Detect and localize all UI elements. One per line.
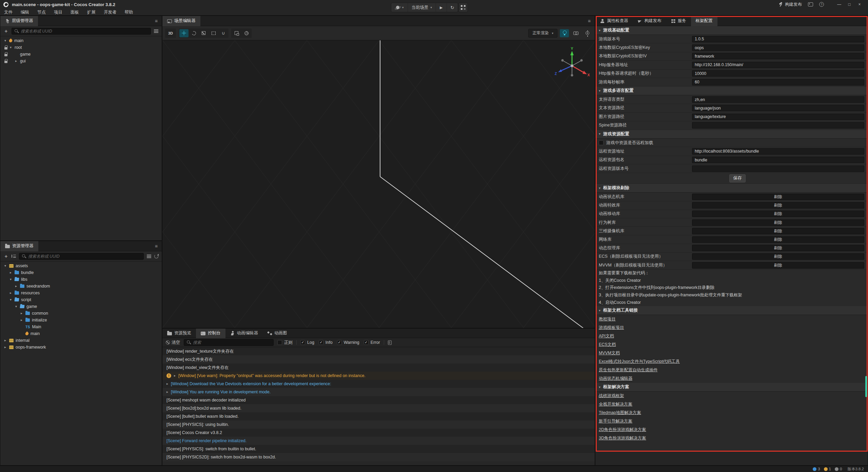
doc-link[interactable]: API文档 xyxy=(599,332,614,340)
field-input[interactable] xyxy=(692,114,864,120)
remove-module-button[interactable]: 剔除 xyxy=(692,202,864,209)
expand-chevron-icon[interactable] xyxy=(10,46,15,49)
console-log-row[interactable]: ▸ [Window] Download the Vue Devtools ext… xyxy=(162,380,595,388)
solution-link[interactable]: 全栈开发解决方案 xyxy=(599,400,632,409)
asset-node[interactable]: resources xyxy=(0,290,162,296)
asset-node[interactable]: Main xyxy=(0,323,162,330)
doc-link[interactable]: 教程项目 xyxy=(599,315,616,323)
inspector-tab[interactable]: 构建发布 xyxy=(633,16,666,26)
console-log-row[interactable]: ▸ [Scene] [PHYSICS]: switch from builtin… xyxy=(162,445,595,453)
expand-chevron-icon[interactable] xyxy=(21,318,25,322)
remove-module-button[interactable]: 剔除 xyxy=(692,245,864,251)
remote-load-checkbox[interactable]: ✓ xyxy=(599,140,604,145)
sort-icon[interactable] xyxy=(12,254,16,258)
tab-hierarchy[interactable]: 层级管理器 xyxy=(0,16,38,26)
hierarchy-search-input[interactable] xyxy=(21,29,148,34)
section-header-docs[interactable]: ▾ 框架文档工具链接 xyxy=(595,306,868,315)
section-header-resources[interactable]: ▾ 游戏资源配置 xyxy=(595,130,868,139)
expand-chevron-icon[interactable]: ▸ xyxy=(166,382,168,386)
field-input[interactable] xyxy=(692,79,864,85)
expand-chevron-icon[interactable] xyxy=(4,339,9,342)
console-tab[interactable]: 资源预览 xyxy=(162,329,196,338)
axis-gizmo[interactable]: Y X Z xyxy=(553,47,591,83)
solution-link[interactable]: 3D角色扮演游戏解决方案 xyxy=(599,434,646,442)
asset-node[interactable]: script xyxy=(0,296,162,303)
scene-select-dropdown[interactable]: 当前场景▾ xyxy=(408,3,436,12)
doc-link[interactable]: Excel格式转Json文件与TypeScript代码工具 xyxy=(599,357,680,366)
remove-module-button[interactable]: 剔除 xyxy=(692,236,864,243)
field-input[interactable] xyxy=(692,44,864,51)
expand-chevron-icon[interactable] xyxy=(10,291,15,295)
remove-module-button[interactable]: 剔除 xyxy=(692,194,864,200)
expand-chevron-icon[interactable]: ▸ xyxy=(166,390,168,394)
rect-tool-button[interactable] xyxy=(209,29,218,37)
asset-node[interactable]: assets xyxy=(0,262,162,269)
remove-module-button[interactable]: 剔除 xyxy=(692,262,864,269)
menu-item[interactable]: 帮助 xyxy=(125,9,133,15)
field-input[interactable] xyxy=(692,148,864,155)
menu-item[interactable]: 扩展 xyxy=(87,9,96,15)
remove-module-button[interactable]: 剔除 xyxy=(692,253,864,260)
hierarchy-node[interactable]: root xyxy=(0,44,162,51)
asset-node[interactable]: libs xyxy=(0,276,162,283)
console-tab[interactable]: 动画编辑器 xyxy=(225,329,263,338)
menu-item[interactable]: 面板 xyxy=(71,9,79,15)
gallery-icon[interactable] xyxy=(808,2,813,6)
doc-link[interactable]: ECS文档 xyxy=(599,340,616,349)
field-input[interactable] xyxy=(692,53,864,59)
scrollbar-thumb[interactable] xyxy=(865,376,867,397)
expand-chevron-icon[interactable] xyxy=(21,312,25,315)
asset-node[interactable]: oops-framework xyxy=(0,344,162,351)
expand-chevron-icon[interactable] xyxy=(4,39,9,42)
regex-checkbox[interactable]: ✓ 正则 xyxy=(277,340,293,346)
status-count-badge[interactable]: 1 xyxy=(824,467,831,471)
console-log-row[interactable]: ▸ [Window] [Vue warn]: Property "onInput… xyxy=(162,372,595,380)
hierarchy-node[interactable]: game xyxy=(0,51,162,58)
close-button[interactable]: × xyxy=(855,2,864,7)
console-log-row[interactable]: ▸ [Scene] Cocos Creator v3.8.2 xyxy=(162,429,595,437)
hierarchy-node[interactable]: main xyxy=(0,37,162,44)
preview-qr-button[interactable] xyxy=(458,3,468,12)
asset-node[interactable]: common xyxy=(0,310,162,317)
console-search-input[interactable] xyxy=(193,340,271,345)
doc-link[interactable]: 原生包热更新配置自动生成插件 xyxy=(599,366,657,374)
expand-chevron-icon[interactable]: ▸ xyxy=(174,374,176,377)
maximize-button[interactable]: □ xyxy=(845,2,854,7)
asset-node[interactable]: initialize xyxy=(0,317,162,323)
coordinate-space-button[interactable] xyxy=(242,29,251,37)
add-node-button[interactable]: + xyxy=(4,28,8,34)
asset-node[interactable]: seedrandom xyxy=(0,283,162,290)
anchor-tool-button[interactable]: ∪ xyxy=(219,29,228,37)
section-header-i18n[interactable]: ▾ 游戏多语言配置 xyxy=(595,86,868,95)
remove-module-button[interactable]: 剔除 xyxy=(692,211,864,217)
console-log-row[interactable]: ▸ [Scene] [bullet]:bullet wasm lib loade… xyxy=(162,412,595,420)
console-log-row[interactable]: ▸ [Scene] meshopt wasm decoder initializ… xyxy=(162,396,595,404)
remove-module-button[interactable]: 剔除 xyxy=(692,219,864,226)
assets-search-input[interactable] xyxy=(28,254,141,259)
console-log-row[interactable]: ▸ [Scene] Forward render pipeline initia… xyxy=(162,437,595,445)
expand-chevron-icon[interactable] xyxy=(15,59,20,63)
section-header-basic[interactable]: ▾ 游戏基础配置 xyxy=(595,26,868,35)
filter-icon[interactable] xyxy=(147,255,151,258)
expand-chevron-icon[interactable] xyxy=(15,284,20,288)
section-header-modules[interactable]: ▾ 框架模块剔除 xyxy=(595,184,868,193)
menu-item[interactable]: 文件 xyxy=(4,9,13,15)
lighting-toggle-button[interactable] xyxy=(560,29,569,37)
expand-chevron-icon[interactable] xyxy=(4,346,9,349)
console-log-row[interactable]: ▸ [Scene] [box2d]:box2d wasm lib loaded. xyxy=(162,404,595,412)
solution-link[interactable]: 战棋游戏框架 xyxy=(599,392,624,400)
field-input[interactable] xyxy=(692,165,864,172)
menu-item[interactable]: 项目 xyxy=(54,9,62,15)
restart-button[interactable]: ↻ xyxy=(447,3,458,12)
snap-tool-button[interactable] xyxy=(232,29,241,37)
remove-module-button[interactable]: 剔除 xyxy=(692,228,864,234)
preview-platform-button[interactable]: ▾ xyxy=(391,3,408,12)
field-input[interactable] xyxy=(692,36,864,42)
expand-chevron-icon[interactable] xyxy=(4,264,9,268)
doc-link[interactable]: 动画状态机编辑器 xyxy=(599,374,632,383)
log-filter-checkbox[interactable]: ✓ Warning xyxy=(337,340,359,345)
field-input[interactable] xyxy=(692,70,864,77)
doc-link[interactable]: MVVM文档 xyxy=(599,349,620,357)
status-count-badge[interactable]: 3 xyxy=(813,467,820,471)
field-input[interactable] xyxy=(692,96,864,103)
